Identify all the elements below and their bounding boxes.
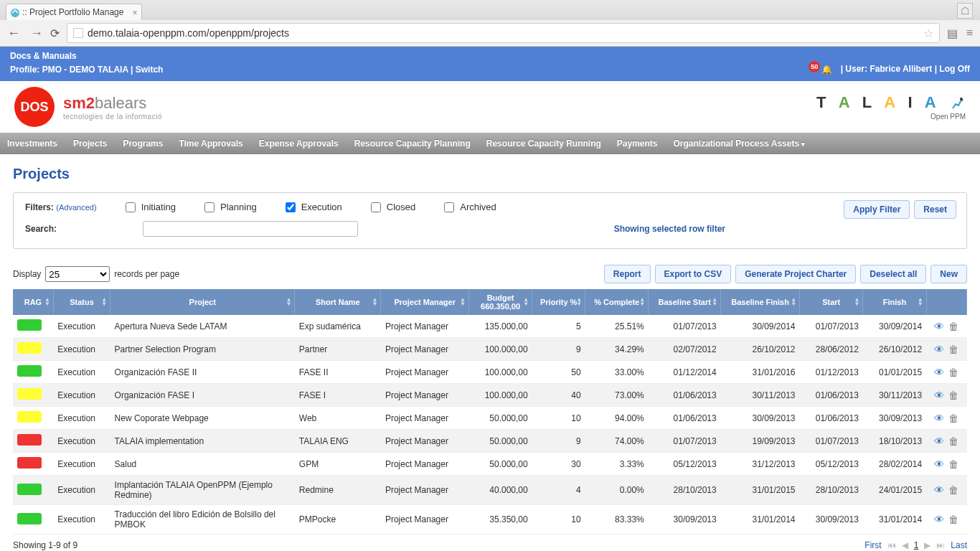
table-row[interactable]: ExecutionSaludGPMProject Manager50.000,0… [13,453,967,476]
showing-filter-link[interactable]: Showing selected row filter [614,224,725,234]
delete-icon[interactable]: 🗑 [948,321,958,332]
nav-projects[interactable]: Projects [73,138,107,149]
nav-programs[interactable]: Programs [123,138,163,149]
table-row[interactable]: ExecutionApertura Nueva Sede LATAMExp su… [13,315,967,338]
cell-short-name: GPM [295,453,381,476]
view-icon[interactable]: 👁 [934,413,944,424]
pager-current[interactable]: 1 [914,540,919,550]
filter-initiating[interactable]: Initiating [126,202,176,212]
table-row[interactable]: ExecutionTALAIA implementationTALAIA ENG… [13,430,967,453]
nav-time-approvals[interactable]: Time Approvals [179,138,242,149]
table-row[interactable]: ExecutionTraducción del libro Edición de… [13,505,967,534]
col-header[interactable]: Baseline Finish▲▼ [721,289,800,315]
col-header[interactable]: % Complete▲▼ [585,289,649,315]
close-icon[interactable]: × [132,8,137,18]
pager-prev-icon[interactable]: ◀ [902,540,908,550]
delete-icon[interactable]: 🗑 [948,390,958,401]
nav-expense-approvals[interactable]: Expense Approvals [259,138,339,149]
forward-icon[interactable]: → [30,26,43,41]
cell-start: 01/12/2013 [800,361,863,384]
col-header[interactable]: Status▲▼ [53,289,110,315]
view-icon[interactable]: 👁 [934,344,944,355]
hamburger-icon[interactable]: ≡ [966,27,973,40]
generate-charter-button[interactable]: Generate Project Charter [735,265,856,283]
filter-planning[interactable]: Planning [204,202,257,212]
execution-checkbox[interactable] [286,202,296,212]
view-icon[interactable]: 👁 [934,458,944,470]
rag-indicator [17,365,42,377]
view-icon[interactable]: 👁 [934,435,944,447]
delete-icon[interactable]: 🗑 [948,413,958,424]
export-csv-button[interactable]: Export to CSV [655,265,732,283]
reload-icon[interactable]: ⟳ [50,27,60,40]
col-header[interactable]: Priority %▲▼ [532,289,585,315]
archived-checkbox[interactable] [444,202,454,212]
table-row[interactable]: ExecutionImplantación TALAIA OpenPPM (Ej… [13,476,967,505]
col-header[interactable]: Project▲▼ [110,289,295,315]
nav-resource-capacity-planning[interactable]: Resource Capacity Planning [354,138,471,149]
cell-bstart: 01/12/2014 [649,361,721,384]
delete-icon[interactable]: 🗑 [948,514,958,525]
pager-next-icon[interactable]: ▶ [924,540,930,550]
initiating-checkbox[interactable] [126,202,136,212]
view-icon[interactable]: 👁 [934,390,944,401]
delete-icon[interactable]: 🗑 [948,367,958,378]
cell-bfinish: 31/12/2013 [721,453,800,476]
reset-button[interactable]: Reset [914,200,956,219]
advanced-link[interactable]: (Advanced) [56,203,96,212]
logoff-link[interactable]: Log Off [939,64,970,74]
col-header[interactable]: Project Manager▲▼ [381,289,469,315]
report-button[interactable]: Report [604,265,651,283]
extension-icon[interactable]: ▤ [947,27,958,40]
pager-last[interactable]: Last [951,540,967,550]
nav-resource-capacity-running[interactable]: Resource Capacity Running [486,138,601,149]
table-row[interactable]: ExecutionOrganización FASE IFASE IProjec… [13,384,967,407]
col-header[interactable]: Baseline Start▲▼ [649,289,721,315]
display-select[interactable]: 25 [45,266,110,282]
switch-link[interactable]: Switch [136,65,164,75]
table-row[interactable]: ExecutionOrganización FASE IIFASE IIProj… [13,361,967,384]
bookmark-star-icon[interactable]: ☆ [923,27,933,40]
view-icon[interactable]: 👁 [934,321,944,332]
filter-archived[interactable]: Archived [444,202,496,212]
pager-last-icon[interactable]: ⏭ [936,540,945,550]
nav-payments[interactable]: Payments [617,138,658,149]
col-header[interactable]: Finish▲▼ [863,289,926,315]
col-header[interactable]: Budget 660.350,00▲▼ [468,289,532,315]
main-nav: Investments Projects Programs Time Appro… [0,133,980,154]
filter-execution[interactable]: Execution [286,202,342,212]
cell-priority: 9 [532,338,585,361]
deselect-all-button[interactable]: Deselect all [860,265,926,283]
nav-opa[interactable]: Organizational Process Assets [674,138,805,149]
delete-icon[interactable]: 🗑 [948,344,958,355]
search-input[interactable] [143,221,358,237]
col-header[interactable]: RAG▲▼ [13,289,53,315]
view-icon[interactable]: 👁 [934,514,944,525]
view-icon[interactable]: 👁 [934,367,944,378]
col-header[interactable]: Start▲▼ [800,289,863,315]
new-button[interactable]: New [930,265,967,283]
delete-icon[interactable]: 🗑 [948,484,958,496]
notification-bell[interactable]: 50🔔 [809,64,832,75]
nav-investments[interactable]: Investments [7,138,57,149]
back-icon[interactable]: ← [7,26,20,41]
table-row[interactable]: ExecutionPartner Selection ProgramPartne… [13,338,967,361]
browser-user-icon[interactable]: ☖ [957,3,973,19]
delete-icon[interactable]: 🗑 [948,458,958,470]
view-icon[interactable]: 👁 [934,484,944,496]
url-bar[interactable]: demo.talaia-openppm.com/openppm/projects… [67,23,940,43]
docs-link[interactable]: Docs & Manuals [10,51,77,61]
filter-closed[interactable]: Closed [371,202,415,212]
pager-first-icon[interactable]: ⏮ [887,540,896,550]
pager-first[interactable]: First [864,540,881,550]
cell-bfinish: 31/01/2014 [721,505,800,534]
apply-filter-button[interactable]: Apply Filter [844,200,910,219]
user-name-link[interactable]: Fabrice Allibert [870,64,932,74]
delete-icon[interactable]: 🗑 [948,435,958,447]
table-row[interactable]: ExecutionNew Coporate WebpageWebProject … [13,407,967,430]
browser-tab[interactable]: :: Project Portfolio Manage × [6,4,142,20]
closed-checkbox[interactable] [371,202,381,212]
planning-checkbox[interactable] [204,202,215,212]
col-header[interactable] [926,289,966,315]
col-header[interactable]: Short Name▲▼ [295,289,381,315]
